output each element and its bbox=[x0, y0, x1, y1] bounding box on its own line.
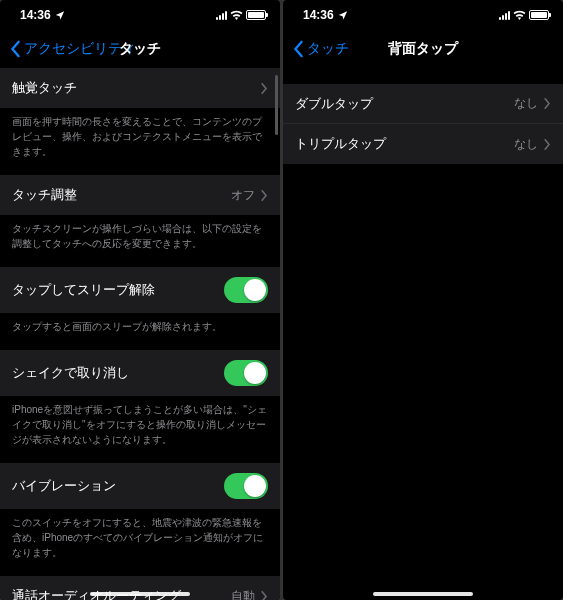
location-icon bbox=[55, 10, 65, 20]
battery-icon bbox=[246, 10, 266, 20]
row-label: 触覚タッチ bbox=[12, 79, 77, 97]
settings-row-1[interactable]: トリプルタップなし bbox=[283, 124, 563, 164]
wifi-icon bbox=[513, 10, 526, 20]
row-footer: 画面を押す時間の長さを変えることで、コンテンツのプレビュー、操作、およびコンテク… bbox=[0, 108, 280, 175]
settings-row-0[interactable]: 触覚タッチ bbox=[0, 68, 280, 108]
row-value: なし bbox=[514, 95, 551, 112]
row-value: なし bbox=[514, 136, 551, 153]
row-footer: iPhoneを意図せず振ってしまうことが多い場合は、"シェイクで取り消し"をオフ… bbox=[0, 396, 280, 463]
status-bar: 14:36 bbox=[0, 0, 280, 30]
scrollbar[interactable] bbox=[275, 75, 278, 135]
chevron-right-icon bbox=[544, 139, 551, 150]
signal-icon bbox=[216, 11, 227, 20]
back-button[interactable]: アクセシビリティ bbox=[10, 40, 136, 58]
signal-icon bbox=[499, 11, 510, 20]
row-label: バイブレーション bbox=[12, 477, 116, 495]
toggle-switch[interactable] bbox=[224, 277, 268, 303]
toggle-switch[interactable] bbox=[224, 473, 268, 499]
chevron-left-icon bbox=[10, 40, 22, 58]
row-label: トリプルタップ bbox=[295, 135, 386, 153]
page-title: タッチ bbox=[119, 40, 161, 58]
row-value bbox=[255, 83, 268, 94]
status-bar: 14:36 bbox=[283, 0, 563, 30]
settings-row-0[interactable]: ダブルタップなし bbox=[283, 84, 563, 124]
back-button[interactable]: タッチ bbox=[293, 40, 349, 58]
row-value: 自動 bbox=[231, 588, 268, 601]
left-screen: 14:36 アクセシビリティ タッチ 触覚タッチ画面を押す時間の長さを変えること… bbox=[0, 0, 280, 600]
chevron-right-icon bbox=[261, 190, 268, 201]
back-label: タッチ bbox=[307, 40, 349, 58]
row-footer: このスイッチをオフにすると、地震や津波の緊急速報を含め、iPhoneのすべてのバ… bbox=[0, 509, 280, 576]
home-indicator[interactable] bbox=[373, 592, 473, 596]
settings-list[interactable]: 触覚タッチ画面を押す時間の長さを変えることで、コンテンツのプレビュー、操作、およ… bbox=[0, 68, 280, 600]
nav-header: アクセシビリティ タッチ bbox=[0, 30, 280, 68]
settings-row-4[interactable]: バイブレーション bbox=[0, 463, 280, 509]
wifi-icon bbox=[230, 10, 243, 20]
status-time: 14:36 bbox=[303, 8, 334, 22]
settings-row-2[interactable]: タップしてスリープ解除 bbox=[0, 267, 280, 313]
chevron-right-icon bbox=[261, 83, 268, 94]
battery-icon bbox=[529, 10, 549, 20]
settings-row-5[interactable]: 通話オーディオルーティング自動 bbox=[0, 576, 280, 600]
chevron-right-icon bbox=[544, 98, 551, 109]
page-title: 背面タップ bbox=[388, 40, 458, 58]
row-footer: タッチスクリーンが操作しづらい場合は、以下の設定を調整してタッチへの反応を変更で… bbox=[0, 215, 280, 267]
status-time: 14:36 bbox=[20, 8, 51, 22]
chevron-left-icon bbox=[293, 40, 305, 58]
nav-header: タッチ 背面タップ bbox=[283, 30, 563, 68]
row-value: オフ bbox=[231, 187, 268, 204]
row-label: ダブルタップ bbox=[295, 95, 373, 113]
row-label: シェイクで取り消し bbox=[12, 364, 129, 382]
settings-row-3[interactable]: シェイクで取り消し bbox=[0, 350, 280, 396]
location-icon bbox=[338, 10, 348, 20]
settings-row-1[interactable]: タッチ調整オフ bbox=[0, 175, 280, 215]
row-label: タッチ調整 bbox=[12, 186, 77, 204]
row-footer: タップすると画面のスリープが解除されます。 bbox=[0, 313, 280, 350]
home-indicator[interactable] bbox=[90, 592, 190, 596]
settings-list[interactable]: ダブルタップなしトリプルタップなし bbox=[283, 68, 563, 600]
toggle-switch[interactable] bbox=[224, 360, 268, 386]
row-label: タップしてスリープ解除 bbox=[12, 281, 155, 299]
chevron-right-icon bbox=[261, 591, 268, 601]
right-screen: 14:36 タッチ 背面タップ ダブルタップなしトリプルタップなし bbox=[283, 0, 563, 600]
